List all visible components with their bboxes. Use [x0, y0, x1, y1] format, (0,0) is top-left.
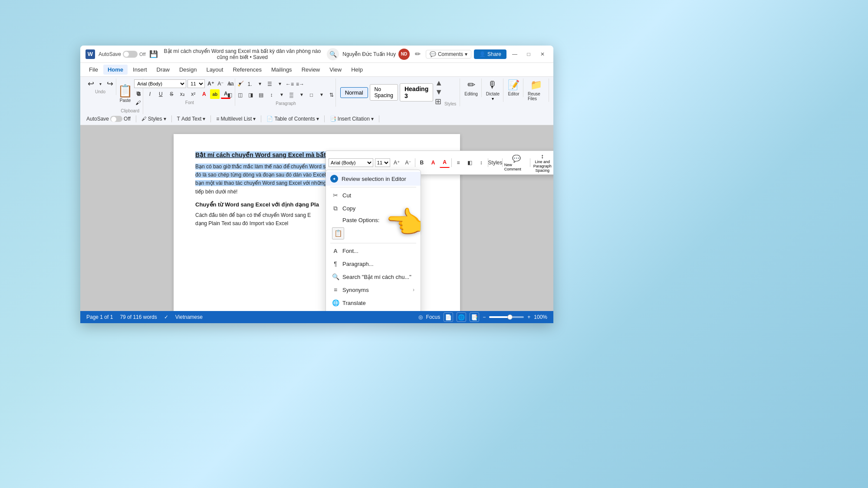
ctx-copy[interactable]: ⧉ Copy [326, 202, 421, 215]
mini-bold-button[interactable]: B [417, 157, 427, 168]
font-name-select[interactable]: Arial (Body) [134, 79, 186, 88]
font-color-button[interactable]: A [199, 89, 209, 99]
linespacing-dropdown[interactable]: ▾ [277, 90, 286, 99]
mini-grow-button[interactable]: A⁺ [392, 157, 401, 168]
toc-dropdown[interactable]: ▾ [316, 116, 319, 122]
style-heading3-button[interactable]: Heading 3 [400, 83, 433, 102]
paste-button[interactable]: 📋 Paste [118, 84, 133, 103]
outline-dropdown[interactable]: ▾ [276, 79, 284, 88]
editing-button[interactable]: ✏ Editing [461, 79, 482, 97]
menu-mailings[interactable]: Mailings [267, 65, 296, 75]
ctx-search[interactable]: 🔍 Search "Bật mí cách chu..." [326, 270, 421, 283]
ctx-font[interactable]: A Font... [326, 245, 421, 257]
sort-button[interactable]: ⇅ [327, 90, 336, 100]
align-left-button[interactable]: ◧ [225, 90, 235, 100]
styles-up-arrow[interactable]: ▲ [435, 79, 443, 88]
align-right-button[interactable]: ◨ [246, 90, 256, 100]
font-size-select[interactable]: 11 [187, 79, 205, 88]
menu-home[interactable]: Home [103, 65, 128, 75]
autosave-toggle[interactable] [123, 51, 138, 58]
view-web-button[interactable]: 🌐 [457, 312, 466, 322]
dictate-button[interactable]: 🎙 Dictate ▾ [483, 79, 503, 102]
subscript-button[interactable]: x₂ [178, 89, 187, 99]
bullet-dropdown[interactable]: ▾ [236, 79, 244, 88]
menu-insert[interactable]: Insert [128, 65, 151, 75]
ctx-cut[interactable]: ✂ Cut [326, 189, 421, 202]
mini-line-para-button[interactable]: ↕ Line and Paragraph Spacing [532, 153, 552, 173]
paste-box1[interactable]: 📋 [332, 227, 344, 239]
superscript-button[interactable]: x² [188, 89, 198, 99]
menu-view[interactable]: View [325, 65, 346, 75]
format-painter-button[interactable]: 🖌 [134, 98, 142, 107]
mini-new-comment-button[interactable]: 💬 New Comment [504, 154, 529, 171]
multilevel-dropdown[interactable]: ▾ [253, 116, 256, 122]
align-justify-button[interactable]: ▤ [256, 90, 266, 100]
menu-design[interactable]: Design [175, 65, 201, 75]
styles-expand[interactable]: ⊞ [435, 97, 443, 106]
mini-shrink-button[interactable]: A⁻ [403, 157, 413, 168]
number-dropdown[interactable]: ▾ [256, 79, 264, 88]
ctx-review-selection[interactable]: ✦ Review selection in Editor [326, 172, 421, 186]
line-spacing-button[interactable]: ↕ [267, 90, 276, 100]
indent-inc-button[interactable]: ≡→ [296, 79, 305, 89]
menu-help[interactable]: Help [347, 65, 367, 75]
close-button[interactable]: ✕ [537, 49, 548, 60]
minimize-button[interactable]: — [509, 49, 520, 60]
menu-file[interactable]: File [85, 65, 102, 75]
ctx-link[interactable]: 🔗 Link › [326, 309, 421, 311]
font-grow-button[interactable]: A⁺ [206, 79, 215, 88]
styles-dropdown-arrow[interactable]: ▾ [164, 116, 166, 122]
undo-dropdown[interactable]: ▾ [96, 79, 105, 88]
mini-linespacing-button[interactable]: ↕ [477, 157, 486, 168]
citation-dropdown[interactable]: ▾ [371, 116, 374, 122]
menu-references[interactable]: References [228, 65, 266, 75]
toolbar-autosave[interactable]: AutoSave Off [85, 115, 132, 122]
undo-button[interactable]: ↩ [86, 79, 95, 88]
mini-styles-button[interactable]: Styles [490, 157, 500, 168]
redo-button[interactable]: ↪ [105, 79, 114, 88]
style-no-spacing-button[interactable]: No Spacing [370, 84, 398, 101]
menu-draw[interactable]: Draw [152, 65, 174, 75]
bold-button[interactable]: B [134, 89, 144, 99]
font-shrink-button[interactable]: A⁻ [216, 79, 225, 88]
save-icon[interactable]: 💾 [149, 50, 158, 58]
mini-size-select[interactable]: 11 [375, 158, 390, 167]
bullet-list-button[interactable]: ≡ [225, 79, 235, 89]
toolbar-toc[interactable]: 📄 Table of Contents ▾ [265, 115, 320, 122]
underline-button[interactable]: U [156, 89, 165, 99]
ctx-synonyms[interactable]: ≡ Synonyms › [326, 283, 421, 296]
zoom-minus[interactable]: − [483, 314, 486, 320]
border-dropdown[interactable]: ▾ [317, 90, 326, 99]
styles-down-arrow[interactable]: ▼ [435, 88, 443, 97]
italic-button[interactable]: I [145, 89, 155, 99]
outline-button[interactable]: ☰ [265, 79, 275, 89]
autosave-area[interactable]: AutoSave Off [99, 51, 146, 58]
view-read-button[interactable]: 📑 [470, 312, 479, 322]
focus-label[interactable]: Focus [426, 314, 441, 320]
highlight-button[interactable]: ab [210, 89, 220, 99]
border-button[interactable]: □ [307, 90, 316, 100]
toolbar-multilevel[interactable]: ≡ Multilevel List ▾ [214, 115, 257, 122]
maximize-button[interactable]: □ [523, 49, 534, 60]
document-page[interactable]: Arial (Body) 11 A⁺ A⁻ B A A ≡ ◧ ↕ Styles [174, 134, 460, 311]
reuse-files-button[interactable]: 📁 Reuse Files [524, 79, 549, 102]
shading-dropdown[interactable]: ▾ [297, 90, 306, 99]
view-print-button[interactable]: 📄 [444, 312, 453, 322]
ctx-translate[interactable]: 🌐 Translate [326, 296, 421, 309]
menu-review[interactable]: Review [297, 65, 325, 75]
strikethrough-button[interactable]: S [167, 89, 176, 99]
indent-dec-button[interactable]: ←≡ [285, 79, 295, 89]
ctx-paragraph[interactable]: ¶ Paragraph... [326, 257, 421, 270]
shading-button[interactable]: ▒ [287, 90, 296, 100]
menu-layout[interactable]: Layout [202, 65, 227, 75]
mini-align-button[interactable]: ◧ [465, 157, 474, 168]
dictate-dropdown[interactable]: ▾ [492, 96, 494, 101]
toolbar-add-text[interactable]: T Add Text ▾ [175, 115, 207, 122]
share-button[interactable]: 👤 Share [474, 49, 506, 59]
mini-bullet-button[interactable]: ≡ [454, 157, 463, 168]
zoom-plus[interactable]: + [527, 314, 530, 320]
editor-button[interactable]: 📝 Editor [504, 79, 523, 97]
align-center-button[interactable]: ◫ [236, 90, 245, 100]
toolbar-styles[interactable]: 🖋 Styles ▾ [140, 115, 168, 122]
comments-button[interactable]: 💬 Comments ▾ [426, 50, 471, 59]
